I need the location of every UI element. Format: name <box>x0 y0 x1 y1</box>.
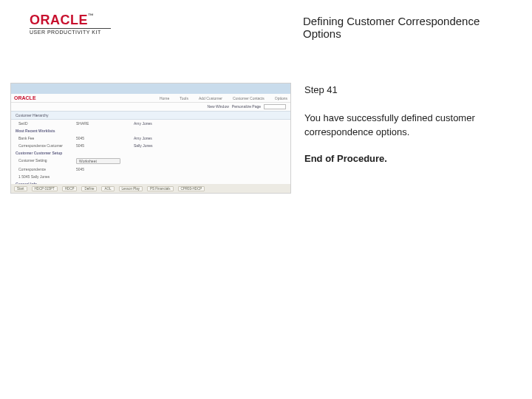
thumb-util-links: New Window Personalize Page <box>11 103 290 111</box>
screenshot-thumbnail: ORACLE Home Tools Add Customer Customer … <box>10 83 291 194</box>
thumb-section: Most Recent Worklists <box>11 127 290 134</box>
thumb-row: Correspondence Customer5045Sally Jones <box>11 142 290 149</box>
oracle-logo-sub: USER PRODUCTIVITY KIT <box>30 28 111 35</box>
thumb-breadcrumb <box>11 83 290 94</box>
thumb-pane-title: Customer Hierarchy <box>11 111 290 120</box>
thumb-oracle-logo: ORACLE <box>11 94 39 102</box>
thumb-tabs: Home Tools Add Customer Customer Contact… <box>160 96 290 100</box>
end-of-procedure: End of Procedure. <box>304 151 504 166</box>
thumb-row: Correspondence5045 <box>11 166 290 173</box>
page-title: Defining Customer Correspondence Options <box>140 13 511 40</box>
thumb-taskbar: Start HDCP 015PT HDCP Define AOL Lesson … <box>11 184 290 193</box>
thumb-row: Customer Setting Worksheet <box>11 157 290 166</box>
thumb-row: Bank Fee5045Amy Jones <box>11 134 290 142</box>
thumb-row: SetIDSHAREAmy Jones <box>11 120 290 127</box>
oracle-logo-block: ORACLE™ USER PRODUCTIVITY KIT <box>30 13 140 35</box>
thumb-search-input <box>264 104 286 109</box>
thumb-dropdown: Worksheet <box>76 158 120 164</box>
thumb-section: Customer Customer Setup <box>11 149 290 157</box>
thumb-row: 1 5045 Sally Jones <box>11 173 290 180</box>
step-label: Step 41 <box>304 83 504 98</box>
oracle-logo: ORACLE™ <box>30 13 140 27</box>
instruction-panel: Step 41 You have successfully defined cu… <box>304 83 504 194</box>
step-description: You have successfully defined customer c… <box>304 111 504 140</box>
